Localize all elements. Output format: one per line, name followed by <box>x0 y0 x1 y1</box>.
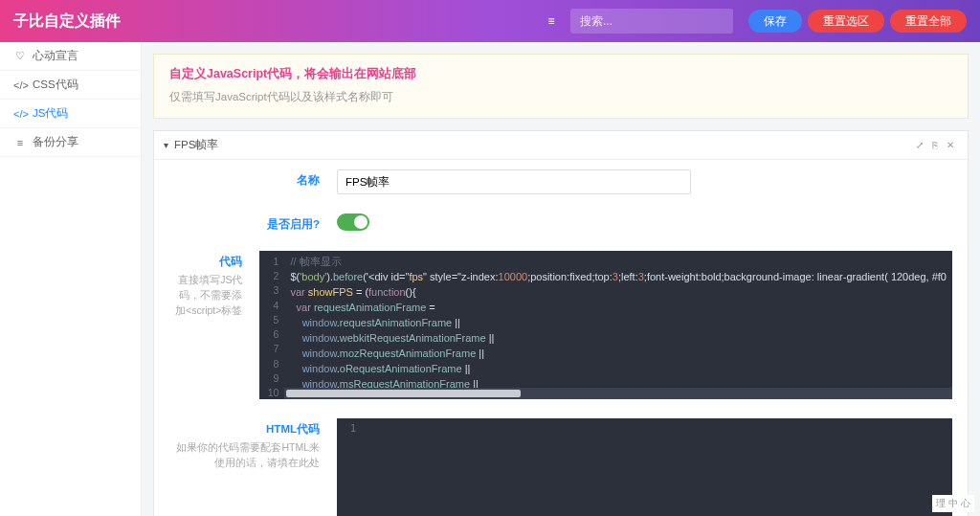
enable-toggle[interactable] <box>337 213 369 231</box>
row-enable: 是否启用? <box>154 204 968 241</box>
panel-title: FPS帧率 <box>174 138 218 152</box>
ime-indicator: 理 中 心 <box>932 495 974 512</box>
panel-header[interactable]: ▾ FPS帧率 ⤢ ⎘ ✕ <box>154 131 968 160</box>
label-html-sub: 如果你的代码需要配套HTML来使用的话，请填在此处 <box>169 440 320 471</box>
menu-icon[interactable]: ≡ <box>540 10 563 33</box>
copy-icon[interactable]: ⎘ <box>927 140 943 150</box>
header: 子比自定义插件 ≡ 保存 重置选区 重置全部 <box>0 0 980 42</box>
sidebar-item-js[interactable]: </> JS代码 <box>0 100 141 128</box>
app-title: 子比自定义插件 <box>13 11 540 32</box>
code-icon: </> <box>13 108 27 120</box>
notice-sub: 仅需填写JavaScript代码以及该样式名称即可 <box>169 90 952 104</box>
row-html: HTML代码 如果你的代码需要配套HTML来使用的话，请填在此处 1 <box>154 409 968 516</box>
label-code: 代码 直接填写JS代码，不需要添加<script>标签 <box>169 251 259 399</box>
expand-icon[interactable]: ⤢ <box>912 140 927 150</box>
chevron-down-icon: ▾ <box>164 140 168 150</box>
label-code-sub: 直接填写JS代码，不需要添加<script>标签 <box>169 273 242 318</box>
sidebar-item-backup[interactable]: ≡ 备份分享 <box>0 128 141 157</box>
close-icon[interactable]: ✕ <box>943 140 958 150</box>
sidebar-item-label: JS代码 <box>33 106 68 121</box>
sidebar-item-favorites[interactable]: ♡ 心动宣言 <box>0 42 141 71</box>
sidebar: ♡ 心动宣言 </> CSS代码 </> JS代码 ≡ 备份分享 <box>0 42 142 516</box>
horizontal-scrollbar[interactable] <box>284 388 952 399</box>
name-input[interactable] <box>337 169 691 194</box>
sidebar-item-label: CSS代码 <box>33 78 78 92</box>
label-enable: 是否启用? <box>169 213 337 232</box>
row-name: 名称 <box>154 160 968 204</box>
panel: ▾ FPS帧率 ⤢ ⎘ ✕ 名称 是否启用? 代码 直接填写JS代码，不需要添加 <box>153 130 969 516</box>
label-html: HTML代码 如果你的代码需要配套HTML来使用的话，请填在此处 <box>169 418 337 516</box>
sidebar-item-label: 心动宣言 <box>33 49 78 63</box>
html-editor[interactable]: 1 <box>337 418 952 516</box>
heart-icon: ♡ <box>13 50 27 62</box>
sidebar-item-css[interactable]: </> CSS代码 <box>0 71 141 100</box>
notice-title: 自定义JavaScript代码，将会输出在网站底部 <box>169 66 952 82</box>
sidebar-item-label: 备份分享 <box>33 135 78 149</box>
code-body[interactable]: // 帧率显示 $('body').before('<div id="fps" … <box>284 251 952 399</box>
reset-selection-button[interactable]: 重置选区 <box>808 10 884 33</box>
label-name: 名称 <box>169 169 337 194</box>
reset-all-button[interactable]: 重置全部 <box>890 10 967 33</box>
row-code: 代码 直接填写JS代码，不需要添加<script>标签 123456789101… <box>154 241 968 409</box>
save-button[interactable]: 保存 <box>748 10 802 33</box>
list-icon: ≡ <box>13 137 27 148</box>
search-input[interactable] <box>570 9 733 34</box>
code-icon: </> <box>13 79 27 91</box>
code-editor[interactable]: 1234567891011121314 // 帧率显示 $('body').be… <box>259 251 952 399</box>
main-content: 自定义JavaScript代码，将会输出在网站底部 仅需填写JavaScript… <box>142 42 980 516</box>
html-gutter: 1 <box>337 418 362 434</box>
code-gutter: 1234567891011121314 <box>259 251 284 399</box>
notice-box: 自定义JavaScript代码，将会输出在网站底部 仅需填写JavaScript… <box>153 54 969 119</box>
